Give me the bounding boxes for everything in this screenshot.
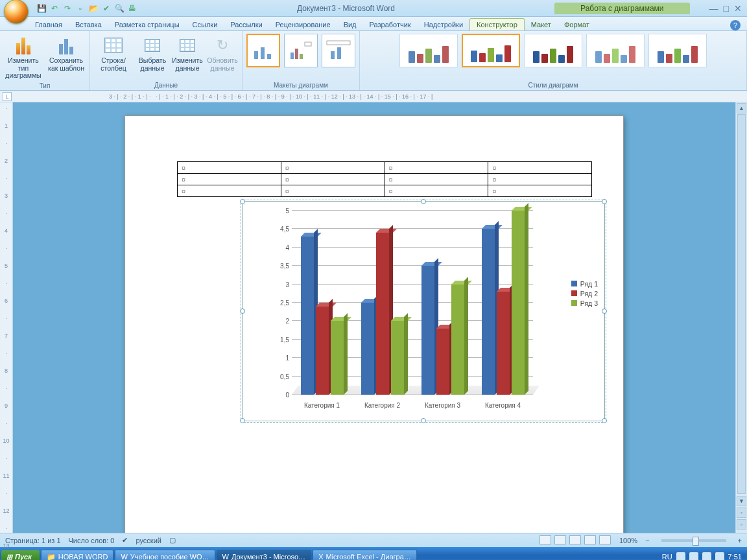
select-data-button[interactable]: Выбрать данные [137, 34, 168, 73]
save-icon[interactable]: 💾 [36, 3, 47, 14]
workspace: ·1·2·3·4·5·6·7·8·9·10·11·12·13 ¤¤¤¤ ¤¤¤¤… [0, 102, 747, 533]
full-screen-view[interactable] [554, 535, 566, 544]
taskbar-word-1[interactable]: W Учебное пособие WO… [115, 550, 215, 560]
proofing-icon[interactable]: ✔ [122, 536, 128, 544]
scroll-track[interactable] [737, 114, 746, 494]
language-indicator[interactable]: RU [662, 553, 672, 560]
tab-selector[interactable]: L [3, 92, 12, 101]
taskbar-excel[interactable]: X Microsoft Excel - Диагра… [313, 550, 417, 560]
status-bar: Страница: 1 из 1 Число слов: 0 ✔ русский… [0, 533, 747, 547]
chart-style-5[interactable] [648, 34, 707, 67]
group-type: Изменить тип диаграммы Сохранить как шаб… [0, 31, 90, 90]
tab-insert[interactable]: Вставка [69, 19, 108, 30]
svg-rect-4 [295, 49, 298, 59]
chart-plot-area[interactable]: 00,511,522,533,544,55 Категория 1Категор… [274, 211, 533, 395]
document-area[interactable]: ¤¤¤¤ ¤¤¤¤ ¤¤¤¤ 00,511,522,533,544,55 [13, 102, 735, 533]
tab-mailings[interactable]: Рассылки [224, 19, 268, 30]
change-chart-type-button[interactable]: Изменить тип диаграммы [4, 34, 43, 81]
window-title: Документ3 - Microsoft Word [137, 4, 554, 13]
resize-handle[interactable] [602, 309, 607, 314]
group-data: Строка/столбец Выбрать данные Изменить д… [90, 31, 243, 90]
tab-addins[interactable]: Надстройки [418, 19, 469, 30]
zoom-level[interactable]: 100% [619, 537, 637, 544]
start-button[interactable]: ⊞ Пуск [1, 550, 40, 561]
tab-home[interactable]: Главная [29, 19, 69, 30]
chart-style-2[interactable] [462, 34, 520, 67]
resize-handle[interactable] [421, 418, 426, 423]
chart-legend[interactable]: Ряд 1Ряд 2Ряд 3 [571, 278, 598, 309]
status-language[interactable]: русский [136, 537, 161, 544]
status-page[interactable]: Страница: 1 из 1 [5, 537, 61, 544]
chart-style-3[interactable] [524, 34, 582, 67]
svg-rect-1 [261, 47, 265, 59]
zoom-slider[interactable] [661, 539, 726, 542]
tray-icon[interactable] [676, 552, 685, 560]
group-chart-layouts: Макеты диаграмм [243, 31, 360, 90]
vertical-scrollbar[interactable]: ▲ ▼ ◦ ◦ [735, 102, 747, 533]
draft-view[interactable] [599, 535, 611, 544]
zoom-in-icon[interactable]: + [738, 537, 742, 544]
outline-view[interactable] [584, 535, 596, 544]
tray-icon[interactable] [715, 552, 724, 560]
resize-handle[interactable] [421, 199, 426, 204]
tab-page-layout[interactable]: Разметка страницы [108, 19, 186, 30]
help-icon[interactable]: ? [730, 20, 741, 30]
chart-layout-1[interactable] [246, 34, 280, 67]
switch-row-column-button[interactable]: Строка/столбец [94, 34, 133, 73]
resize-handle[interactable] [240, 199, 245, 204]
macro-record-icon[interactable]: ▢ [169, 536, 176, 544]
zoom-out-icon[interactable]: − [645, 537, 649, 544]
minimize-icon[interactable]: — [709, 3, 718, 14]
office-button[interactable] [4, 0, 29, 24]
doc-table[interactable]: ¤¤¤¤ ¤¤¤¤ ¤¤¤¤ [177, 161, 592, 197]
print-preview-icon[interactable]: 🔍 [114, 3, 124, 14]
next-page-icon[interactable]: ◦ [737, 519, 746, 530]
undo-icon[interactable]: ↶ [49, 3, 60, 14]
tab-chart-format[interactable]: Формат [558, 19, 596, 30]
resize-handle[interactable] [240, 309, 245, 314]
ribbon-tabs: Главная Вставка Разметка страницы Ссылки… [0, 17, 747, 31]
scroll-up-icon[interactable]: ▲ [737, 103, 746, 113]
resize-handle[interactable] [240, 418, 245, 423]
open-icon[interactable]: 📂 [88, 3, 99, 14]
title-bar: 💾 ↶ ↷ ▫ 📂 ✔ 🔍 🖶 Документ3 - Microsoft Wo… [0, 0, 747, 17]
status-word-count[interactable]: Число слов: 0 [69, 537, 115, 544]
tray-icon[interactable] [689, 552, 698, 560]
tray-icon[interactable] [702, 552, 711, 560]
tab-references[interactable]: Ссылки [186, 19, 224, 30]
close-icon[interactable]: ✕ [734, 3, 742, 14]
print-layout-view[interactable] [540, 535, 551, 544]
scroll-down-icon[interactable]: ▼ [737, 496, 746, 506]
taskbar-folder[interactable]: 📁 НОВАЯ WORD [41, 550, 114, 561]
restore-icon[interactable]: □ [724, 3, 729, 14]
page: ¤¤¤¤ ¤¤¤¤ ¤¤¤¤ 00,511,522,533,544,55 [124, 115, 624, 533]
tab-chart-layout[interactable]: Макет [525, 19, 558, 30]
chart-object[interactable]: 00,511,522,533,544,55 Категория 1Категор… [242, 201, 605, 421]
tab-developer[interactable]: Разработчик [363, 19, 418, 30]
chart-style-4[interactable] [586, 34, 645, 67]
tab-chart-design[interactable]: Конструктор [469, 18, 525, 30]
prev-page-icon[interactable]: ◦ [737, 508, 746, 518]
chart-layout-3[interactable] [322, 34, 355, 67]
chart-style-1[interactable] [399, 34, 458, 67]
table-cell[interactable]: ¤ [178, 162, 281, 174]
resize-handle[interactable] [602, 418, 607, 423]
web-layout-view[interactable] [569, 535, 581, 544]
x-axis-labels: Категория 1Категория 2Категория 3Категор… [292, 402, 533, 409]
clock[interactable]: 7:51 [728, 553, 742, 560]
edit-data-button[interactable]: Изменить данные [172, 34, 203, 73]
save-as-template-button[interactable]: Сохранить как шаблон [47, 34, 86, 73]
tab-review[interactable]: Рецензирование [269, 19, 337, 30]
windows-logo-icon: ⊞ [6, 553, 12, 561]
word-icon: W [222, 553, 229, 560]
redo-icon[interactable]: ↷ [62, 3, 73, 14]
word-icon: W [121, 553, 127, 560]
quick-print-icon[interactable]: 🖶 [127, 3, 137, 14]
taskbar-word-2[interactable]: W Документ3 - Microso… [217, 550, 312, 560]
new-icon[interactable]: ▫ [75, 3, 86, 14]
spelling-icon[interactable]: ✔ [101, 3, 112, 14]
chart-layout-2[interactable] [284, 34, 318, 67]
horizontal-ruler: L 3 · | · 2 · | · 1 · | · · | · 1 · | · … [0, 91, 747, 102]
tab-view[interactable]: Вид [337, 19, 363, 30]
resize-handle[interactable] [602, 199, 607, 204]
